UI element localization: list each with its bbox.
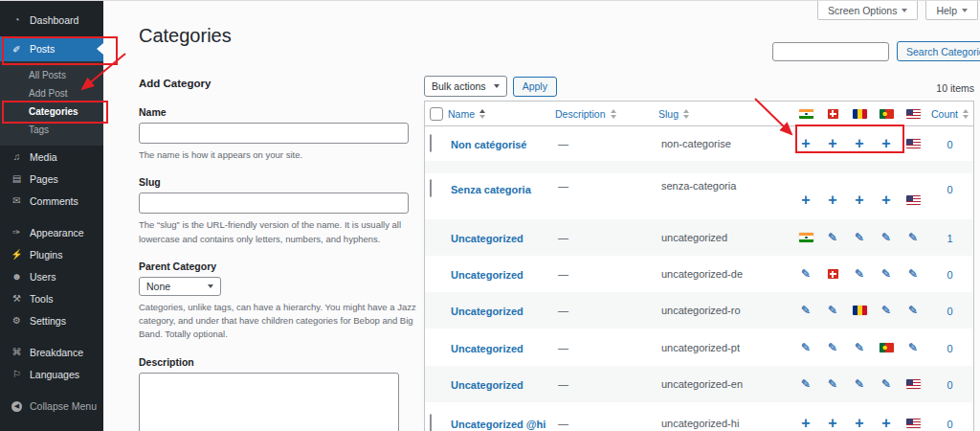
category-name-link[interactable]: Uncategorized bbox=[448, 306, 523, 317]
category-name-link[interactable]: Uncategorized bbox=[448, 343, 523, 354]
add-translation-button[interactable]: + bbox=[801, 136, 810, 151]
edit-translation-button[interactable]: ✎ bbox=[801, 268, 811, 280]
count-link[interactable]: 1 bbox=[947, 233, 952, 244]
submenu-item-tags[interactable]: Tags bbox=[0, 121, 103, 139]
language-cell: + bbox=[846, 180, 873, 219]
sort-arrows-icon bbox=[611, 109, 616, 119]
select-all-checkbox[interactable] bbox=[430, 107, 443, 121]
edit-translation-button[interactable]: ✎ bbox=[881, 268, 891, 280]
apply-button[interactable]: Apply bbox=[513, 77, 557, 97]
parent-category-select[interactable]: None bbox=[139, 277, 221, 296]
edit-translation-button[interactable]: ✎ bbox=[828, 305, 837, 316]
language-cell bbox=[873, 329, 900, 366]
add-translation-button[interactable]: + bbox=[828, 416, 836, 431]
row-checkbox[interactable] bbox=[430, 134, 432, 152]
sidebar-item-comments[interactable]: ✉Comments bbox=[0, 190, 103, 212]
edit-translation-button[interactable]: ✎ bbox=[855, 268, 864, 280]
sidebar-item-users[interactable]: ☻Users bbox=[0, 265, 103, 287]
category-name-link[interactable]: Senza categoria bbox=[448, 184, 531, 195]
edit-translation-button[interactable]: ✎ bbox=[881, 232, 891, 243]
submenu-item-add-post[interactable]: Add Post bbox=[0, 84, 103, 102]
name-field[interactable] bbox=[139, 123, 409, 144]
categories-table: Name Description Slug Count Non catégori… bbox=[424, 101, 974, 431]
category-name-link[interactable]: Uncategorized @hi bbox=[448, 419, 546, 430]
column-header-count[interactable]: Count bbox=[926, 108, 973, 120]
category-name-link[interactable]: Non catégorisé bbox=[448, 139, 526, 150]
count-link[interactable]: 0 bbox=[947, 184, 952, 195]
collapse-icon: ◀ bbox=[10, 399, 24, 412]
sidebar-item-plugins[interactable]: ⚡Plugins bbox=[0, 243, 103, 265]
edit-translation-button[interactable]: ✎ bbox=[881, 378, 891, 390]
count-link[interactable]: 0 bbox=[947, 269, 952, 281]
sidebar-item-languages[interactable]: ⚐Languages bbox=[0, 363, 103, 385]
edit-translation-button[interactable]: ✎ bbox=[908, 342, 918, 353]
search-categories-button[interactable]: Search Categories bbox=[897, 41, 980, 61]
count-link[interactable]: 0 bbox=[947, 419, 952, 430]
edit-translation-button[interactable]: ✎ bbox=[881, 305, 891, 316]
slug-field[interactable] bbox=[139, 193, 409, 214]
edit-translation-button[interactable]: ✎ bbox=[855, 342, 864, 353]
count-link[interactable]: 0 bbox=[947, 343, 952, 354]
submenu-item-categories[interactable]: Categories bbox=[0, 102, 103, 121]
add-translation-button[interactable]: + bbox=[828, 193, 836, 208]
edit-translation-button[interactable]: ✎ bbox=[828, 378, 837, 390]
add-translation-button[interactable]: + bbox=[855, 416, 863, 431]
flag-in-icon bbox=[799, 233, 813, 242]
media-icon: ♫ bbox=[10, 151, 24, 162]
sidebar-item-posts[interactable]: ✐Posts bbox=[0, 36, 103, 61]
row-checkbox[interactable] bbox=[430, 179, 432, 197]
sidebar-item-appearance[interactable]: ✑Appearance bbox=[0, 221, 103, 243]
category-name-link[interactable]: Uncategorized bbox=[448, 379, 523, 391]
add-translation-button[interactable]: + bbox=[828, 136, 836, 151]
submenu-item-all-posts[interactable]: All Posts bbox=[0, 66, 103, 84]
edit-translation-button[interactable]: ✎ bbox=[828, 232, 837, 243]
edit-translation-button[interactable]: ✎ bbox=[801, 378, 811, 390]
edit-translation-button[interactable]: ✎ bbox=[908, 305, 918, 316]
edit-translation-button[interactable]: ✎ bbox=[855, 378, 864, 390]
count-link[interactable]: 0 bbox=[947, 306, 952, 317]
sidebar-item-media[interactable]: ♫Media bbox=[0, 146, 103, 168]
screen-options-button[interactable]: Screen Options bbox=[817, 1, 918, 20]
help-button[interactable]: Help bbox=[925, 1, 978, 20]
language-cell: ✎ bbox=[900, 256, 926, 292]
sidebar-item-tools[interactable]: ⚒Tools bbox=[0, 287, 103, 309]
add-translation-button[interactable]: + bbox=[881, 193, 890, 208]
edit-translation-button[interactable]: ✎ bbox=[855, 232, 864, 243]
sidebar-item-pages[interactable]: ▤Pages bbox=[0, 168, 103, 190]
description-cell: — bbox=[555, 305, 658, 316]
add-translation-button[interactable]: + bbox=[801, 193, 810, 208]
sidebar-item-collapse-menu[interactable]: ◀Collapse Menu bbox=[0, 395, 103, 417]
add-translation-button[interactable]: + bbox=[801, 416, 810, 431]
edit-translation-button[interactable]: ✎ bbox=[908, 268, 918, 280]
sidebar-item-settings[interactable]: ⚙Settings bbox=[0, 309, 103, 331]
description-field[interactable] bbox=[139, 373, 399, 431]
name-help: The name is how it appears on your site. bbox=[139, 148, 416, 162]
category-name-link[interactable]: Uncategorized bbox=[448, 233, 523, 244]
language-cell: + bbox=[846, 402, 873, 431]
edit-translation-button[interactable]: ✎ bbox=[828, 342, 837, 353]
sidebar-item-label: Dashboard bbox=[30, 14, 78, 26]
flag-ch-icon bbox=[828, 109, 838, 119]
sidebar-item-label: Plugins bbox=[30, 249, 62, 261]
sidebar-item-dashboard[interactable]: ◔Dashboard bbox=[0, 9, 103, 31]
category-name-link[interactable]: Uncategorized bbox=[448, 269, 523, 281]
edit-translation-button[interactable]: ✎ bbox=[801, 342, 811, 353]
sidebar-item-breakdance[interactable]: ⌘Breakdance bbox=[0, 341, 103, 363]
column-header-slug[interactable]: Slug bbox=[658, 108, 792, 120]
add-translation-button[interactable]: + bbox=[881, 416, 890, 431]
column-header-description[interactable]: Description bbox=[555, 108, 658, 120]
posts-icon: ✐ bbox=[10, 44, 24, 55]
row-checkbox[interactable] bbox=[430, 414, 432, 431]
add-translation-button[interactable]: + bbox=[881, 136, 890, 151]
add-translation-button[interactable]: + bbox=[855, 193, 863, 208]
count-link[interactable]: 0 bbox=[947, 379, 952, 391]
edit-translation-button[interactable]: ✎ bbox=[801, 305, 811, 316]
add-translation-button[interactable]: + bbox=[855, 136, 863, 151]
column-header-name[interactable]: Name bbox=[448, 108, 555, 120]
sidebar-menu: ◔Dashboard✐PostsAll PostsAdd PostCategor… bbox=[0, 9, 103, 417]
edit-translation-button[interactable]: ✎ bbox=[908, 232, 918, 243]
count-link[interactable]: 0 bbox=[947, 139, 952, 150]
language-cell: + bbox=[792, 126, 819, 161]
bulk-actions-select[interactable]: Bulk actions bbox=[424, 76, 507, 97]
search-input[interactable] bbox=[772, 42, 889, 61]
